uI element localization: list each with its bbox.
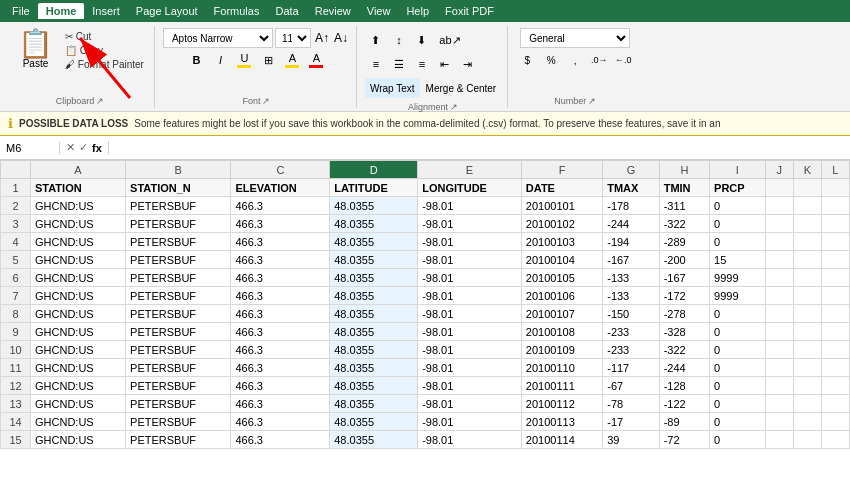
cell[interactable] — [821, 395, 849, 413]
cell[interactable]: 0 — [710, 431, 766, 449]
currency-button[interactable]: $ — [516, 50, 538, 70]
cell[interactable]: STATION — [31, 179, 126, 197]
cell[interactable]: 48.0355 — [330, 341, 418, 359]
cell[interactable]: GHCND:US — [31, 431, 126, 449]
confirm-formula-icon[interactable]: ✓ — [79, 141, 88, 154]
decrease-indent-button[interactable]: ⇤ — [434, 54, 456, 74]
cell[interactable] — [765, 359, 793, 377]
align-bottom-button[interactable]: ⬇ — [411, 30, 433, 50]
cell[interactable]: -322 — [659, 215, 709, 233]
cell[interactable] — [821, 269, 849, 287]
alignment-expand-icon[interactable]: ↗ — [450, 102, 458, 112]
cell[interactable] — [765, 323, 793, 341]
cell[interactable]: 466.3 — [231, 341, 330, 359]
cell[interactable]: PETERSBUF — [126, 305, 231, 323]
cell[interactable] — [765, 269, 793, 287]
cell[interactable]: 0 — [710, 395, 766, 413]
cell[interactable]: 466.3 — [231, 359, 330, 377]
cell[interactable]: 466.3 — [231, 305, 330, 323]
cell[interactable] — [821, 233, 849, 251]
cell-reference[interactable]: M6 — [0, 142, 60, 154]
cell[interactable]: 0 — [710, 413, 766, 431]
cell[interactable]: PRCP — [710, 179, 766, 197]
cell[interactable]: 466.3 — [231, 233, 330, 251]
cell[interactable]: -133 — [603, 269, 659, 287]
increase-font-button[interactable]: A↑ — [313, 31, 331, 45]
cell[interactable]: -167 — [603, 251, 659, 269]
cell[interactable]: PETERSBUF — [126, 413, 231, 431]
cell[interactable]: -98.01 — [418, 251, 522, 269]
col-header-E[interactable]: E — [418, 161, 522, 179]
cell[interactable]: LATITUDE — [330, 179, 418, 197]
col-header-C[interactable]: C — [231, 161, 330, 179]
cell[interactable]: 9999 — [710, 269, 766, 287]
cell[interactable]: PETERSBUF — [126, 251, 231, 269]
cell[interactable] — [765, 251, 793, 269]
italic-button[interactable]: I — [209, 50, 231, 70]
menu-home[interactable]: Home — [38, 3, 85, 19]
align-center-button[interactable]: ☰ — [388, 54, 410, 74]
merge-center-button[interactable]: Merge & Center — [421, 78, 502, 98]
cell[interactable] — [821, 413, 849, 431]
cell[interactable]: 48.0355 — [330, 359, 418, 377]
cell[interactable]: GHCND:US — [31, 215, 126, 233]
col-header-L[interactable]: L — [821, 161, 849, 179]
cell[interactable]: -289 — [659, 233, 709, 251]
menu-data[interactable]: Data — [267, 3, 306, 19]
number-expand-icon[interactable]: ↗ — [588, 96, 596, 106]
align-top-button[interactable]: ⬆ — [365, 30, 387, 50]
cell[interactable] — [793, 359, 821, 377]
cell[interactable]: GHCND:US — [31, 287, 126, 305]
cell[interactable]: GHCND:US — [31, 251, 126, 269]
cell[interactable]: -278 — [659, 305, 709, 323]
cell[interactable]: 0 — [710, 197, 766, 215]
cell[interactable] — [765, 305, 793, 323]
cell[interactable]: -328 — [659, 323, 709, 341]
cell[interactable]: 20100109 — [521, 341, 602, 359]
cell[interactable]: GHCND:US — [31, 395, 126, 413]
menu-help[interactable]: Help — [398, 3, 437, 19]
cell[interactable]: DATE — [521, 179, 602, 197]
col-header-G[interactable]: G — [603, 161, 659, 179]
cell[interactable] — [821, 431, 849, 449]
cell[interactable]: 20100102 — [521, 215, 602, 233]
cell[interactable] — [793, 269, 821, 287]
cell[interactable]: -98.01 — [418, 359, 522, 377]
align-left-button[interactable]: ≡ — [365, 54, 387, 74]
cell[interactable]: PETERSBUF — [126, 395, 231, 413]
cell[interactable]: -98.01 — [418, 215, 522, 233]
clipboard-expand-icon[interactable]: ↗ — [96, 96, 104, 106]
cell[interactable] — [821, 179, 849, 197]
cell[interactable] — [765, 197, 793, 215]
cell[interactable]: 20100106 — [521, 287, 602, 305]
cell[interactable]: -17 — [603, 413, 659, 431]
cell[interactable] — [821, 215, 849, 233]
cell[interactable]: -150 — [603, 305, 659, 323]
cell[interactable]: PETERSBUF — [126, 359, 231, 377]
cell[interactable]: PETERSBUF — [126, 323, 231, 341]
cell[interactable]: 48.0355 — [330, 251, 418, 269]
cell[interactable] — [793, 233, 821, 251]
cell[interactable]: PETERSBUF — [126, 341, 231, 359]
cell[interactable]: 0 — [710, 233, 766, 251]
cell[interactable]: 48.0355 — [330, 197, 418, 215]
cell[interactable]: 20100110 — [521, 359, 602, 377]
cell[interactable]: -98.01 — [418, 287, 522, 305]
cell[interactable]: 0 — [710, 215, 766, 233]
cell[interactable]: 466.3 — [231, 323, 330, 341]
cell[interactable] — [821, 341, 849, 359]
cell[interactable]: -322 — [659, 341, 709, 359]
cell[interactable]: 15 — [710, 251, 766, 269]
cell[interactable]: 20100113 — [521, 413, 602, 431]
cell[interactable] — [793, 431, 821, 449]
cell[interactable]: -98.01 — [418, 323, 522, 341]
cell[interactable]: 20100111 — [521, 377, 602, 395]
cell[interactable]: 20100101 — [521, 197, 602, 215]
menu-insert[interactable]: Insert — [84, 3, 128, 19]
cell[interactable]: -89 — [659, 413, 709, 431]
col-header-D[interactable]: D — [330, 161, 418, 179]
cell[interactable] — [821, 377, 849, 395]
cell[interactable]: -167 — [659, 269, 709, 287]
cell[interactable]: -244 — [603, 215, 659, 233]
decrease-font-button[interactable]: A↓ — [332, 31, 350, 45]
